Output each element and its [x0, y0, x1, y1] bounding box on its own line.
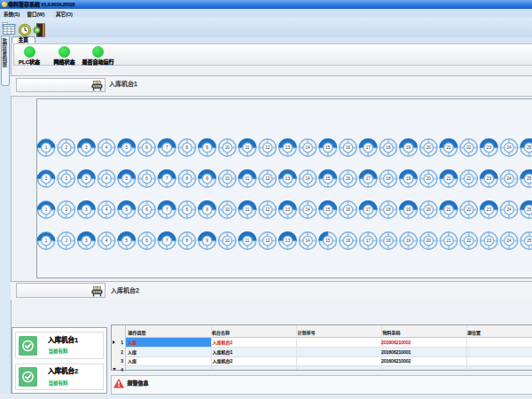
svg-text:4: 4: [106, 207, 108, 212]
svg-text:17: 17: [366, 145, 372, 150]
svg-text:3: 3: [85, 145, 88, 150]
svg-text:23: 23: [487, 239, 492, 243]
svg-text:12: 12: [265, 145, 270, 150]
svg-text:24: 24: [507, 176, 512, 181]
svg-text:5: 5: [126, 176, 129, 181]
svg-text:9: 9: [206, 207, 208, 212]
svg-text:9: 9: [206, 145, 208, 150]
svg-text:12: 12: [265, 239, 270, 243]
svg-text:15: 15: [325, 207, 331, 212]
svg-text:15: 15: [325, 176, 331, 181]
svg-text:24: 24: [507, 239, 512, 243]
svg-text:20: 20: [426, 145, 432, 150]
svg-text:1: 1: [45, 239, 48, 243]
svg-text:9: 9: [206, 176, 208, 181]
svg-text:19: 19: [406, 239, 411, 243]
svg-text:14: 14: [306, 145, 311, 150]
svg-text:23: 23: [487, 207, 492, 212]
svg-text:7: 7: [166, 207, 168, 212]
svg-text:9: 9: [206, 239, 208, 243]
svg-text:11: 11: [246, 239, 250, 243]
svg-text:2: 2: [65, 207, 67, 212]
svg-text:5: 5: [126, 145, 129, 150]
svg-text:18: 18: [386, 207, 391, 212]
svg-text:23: 23: [487, 176, 492, 181]
svg-text:21: 21: [446, 176, 451, 181]
svg-text:21: 21: [446, 207, 451, 212]
svg-text:7: 7: [166, 176, 168, 181]
svg-text:2: 2: [65, 145, 67, 150]
svg-text:10: 10: [225, 145, 231, 150]
svg-text:12: 12: [265, 207, 270, 212]
svg-text:8: 8: [186, 207, 189, 212]
svg-text:6: 6: [145, 239, 148, 243]
svg-text:12: 12: [265, 176, 270, 181]
svg-text:17: 17: [366, 239, 372, 243]
svg-text:19: 19: [406, 176, 411, 181]
svg-text:14: 14: [306, 176, 311, 181]
svg-text:13: 13: [286, 207, 291, 212]
svg-text:22: 22: [466, 239, 472, 243]
svg-text:5: 5: [126, 239, 129, 243]
svg-text:4: 4: [106, 239, 108, 243]
svg-text:25: 25: [527, 176, 532, 181]
svg-text:25: 25: [527, 145, 532, 150]
svg-text:11: 11: [246, 176, 250, 181]
svg-text:3: 3: [85, 207, 88, 212]
svg-text:25: 25: [527, 239, 532, 243]
svg-text:11: 11: [246, 207, 250, 212]
svg-text:7: 7: [166, 239, 168, 243]
svg-text:15: 15: [325, 145, 331, 150]
svg-text:7: 7: [166, 145, 168, 150]
svg-text:13: 13: [286, 145, 291, 150]
svg-text:24: 24: [507, 207, 512, 212]
svg-text:14: 14: [306, 239, 311, 243]
svg-text:10: 10: [225, 239, 231, 243]
svg-text:22: 22: [466, 207, 472, 212]
svg-text:18: 18: [386, 239, 391, 243]
svg-text:4: 4: [106, 145, 108, 150]
svg-text:2: 2: [65, 239, 67, 243]
svg-text:22: 22: [466, 145, 472, 150]
svg-text:8: 8: [186, 145, 189, 150]
svg-text:21: 21: [446, 239, 451, 243]
svg-text:1: 1: [45, 207, 48, 212]
svg-text:19: 19: [406, 207, 411, 212]
svg-text:6: 6: [145, 207, 148, 212]
svg-text:16: 16: [346, 176, 351, 181]
svg-text:4: 4: [106, 176, 108, 181]
svg-text:10: 10: [225, 207, 231, 212]
svg-text:16: 16: [346, 145, 351, 150]
svg-text:24: 24: [507, 145, 512, 150]
svg-text:2: 2: [65, 176, 67, 181]
svg-text:25: 25: [527, 207, 532, 212]
svg-text:3: 3: [85, 239, 88, 243]
svg-text:18: 18: [386, 176, 391, 181]
svg-text:3: 3: [85, 176, 88, 181]
svg-text:18: 18: [386, 145, 391, 150]
svg-text:21: 21: [446, 145, 451, 150]
svg-text:1: 1: [45, 145, 48, 150]
svg-text:23: 23: [487, 145, 492, 150]
svg-text:14: 14: [306, 207, 311, 212]
svg-text:20: 20: [426, 239, 432, 243]
svg-text:1: 1: [45, 176, 48, 181]
svg-text:22: 22: [466, 176, 472, 181]
svg-text:6: 6: [145, 176, 148, 181]
svg-text:20: 20: [426, 176, 432, 181]
svg-text:16: 16: [346, 239, 351, 243]
svg-text:16: 16: [346, 207, 351, 212]
svg-text:13: 13: [286, 239, 291, 243]
svg-text:8: 8: [186, 176, 189, 181]
svg-text:10: 10: [225, 176, 231, 181]
svg-text:13: 13: [286, 176, 291, 181]
svg-text:17: 17: [366, 207, 372, 212]
svg-text:20: 20: [426, 207, 432, 212]
svg-text:19: 19: [406, 145, 411, 150]
svg-text:6: 6: [145, 145, 148, 150]
svg-text:11: 11: [246, 145, 250, 150]
svg-text:5: 5: [126, 207, 129, 212]
svg-text:17: 17: [366, 176, 372, 181]
svg-text:15: 15: [325, 239, 331, 243]
svg-text:8: 8: [186, 239, 189, 243]
